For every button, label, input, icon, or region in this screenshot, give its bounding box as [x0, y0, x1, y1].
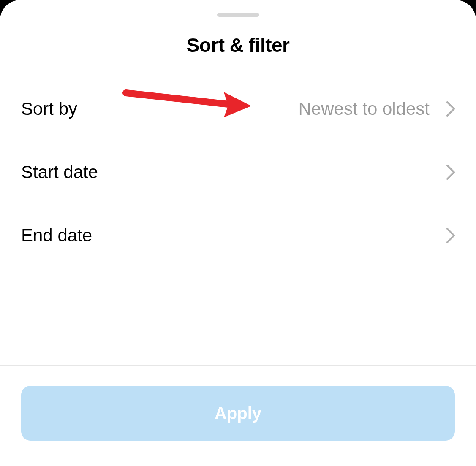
- sort-by-value: Newest to oldest: [299, 99, 430, 119]
- end-date-right: [430, 228, 455, 243]
- drag-handle[interactable]: [217, 13, 259, 17]
- chevron-right-icon: [446, 228, 455, 243]
- end-date-label: End date: [21, 225, 92, 246]
- sort-by-right: Newest to oldest: [299, 99, 455, 119]
- sort-by-row[interactable]: Sort by Newest to oldest: [21, 77, 455, 141]
- apply-button[interactable]: Apply: [21, 386, 455, 441]
- filter-rows: Sort by Newest to oldest Start date End …: [0, 77, 476, 365]
- chevron-right-icon: [446, 101, 455, 116]
- sheet-title: Sort & filter: [0, 34, 476, 57]
- sheet-footer: Apply: [0, 365, 476, 466]
- chevron-right-icon: [446, 165, 455, 180]
- start-date-row[interactable]: Start date: [21, 141, 455, 204]
- sheet-header: Sort & filter: [0, 17, 476, 77]
- start-date-label: Start date: [21, 162, 98, 182]
- start-date-right: [430, 165, 455, 180]
- end-date-row[interactable]: End date: [21, 204, 455, 267]
- sort-filter-sheet: Sort & filter Sort by Newest to oldest S…: [0, 0, 476, 466]
- sort-by-label: Sort by: [21, 99, 77, 119]
